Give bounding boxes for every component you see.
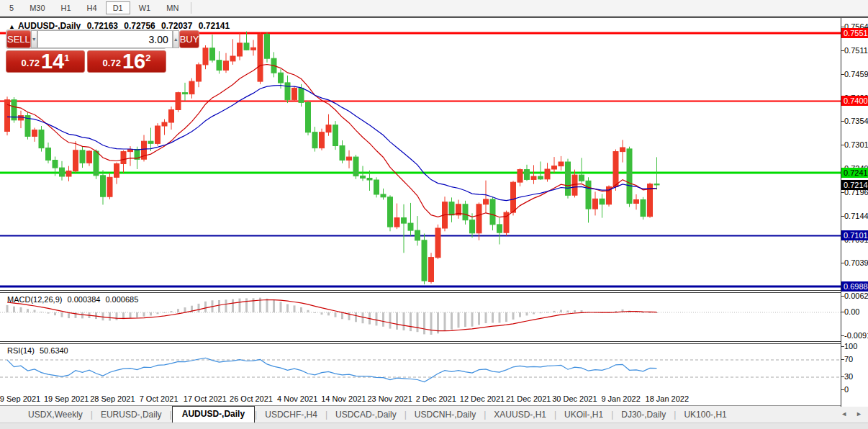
tab-ukoil-h1[interactable]: UKOil-,H1: [556, 407, 611, 423]
candle-body: [347, 157, 352, 160]
candle-body: [279, 73, 284, 83]
timeframe-button-m30[interactable]: M30: [22, 1, 52, 14]
tab-usdx-weekly[interactable]: USDX,Weekly: [20, 407, 91, 423]
one-click-trade-widget: SELL ▼ ▲ BUY 0.72 14 1 0.72 16 2: [6, 30, 166, 73]
rsi-axis-label: 30: [844, 372, 853, 381]
candle-body: [463, 204, 468, 220]
macd-histogram-bar: [239, 299, 241, 312]
tab-usdcad-daily[interactable]: USDCAD-,Daily: [327, 407, 404, 423]
macd-histogram-bar: [444, 312, 446, 331]
rsi-panel[interactable]: RSI(14) 50.6340: [0, 344, 868, 392]
macd-histogram-bar: [499, 312, 501, 323]
tab-audusd-daily[interactable]: AUDUSD-,Daily: [172, 406, 255, 423]
candle-body: [46, 148, 51, 161]
date-axis[interactable]: 9 Sep 202119 Sep 202128 Sep 20217 Oct 20…: [0, 392, 868, 407]
price-tick-label: 0.74590: [844, 70, 868, 78]
buy-button[interactable]: BUY: [179, 30, 200, 48]
rsi-line: [7, 358, 657, 381]
volume-decrease-button[interactable]: ▼: [31, 30, 37, 48]
price-tick-label: 0.70390: [844, 258, 868, 267]
candle-body: [224, 61, 229, 71]
timeframe-button-h1[interactable]: H1: [54, 1, 78, 14]
macd-histogram-bar: [163, 312, 166, 313]
sell-button[interactable]: SELL: [6, 30, 31, 48]
macd-histogram-bar: [581, 310, 583, 312]
volume-input[interactable]: [37, 30, 173, 48]
axis-tick-mark: [841, 376, 844, 377]
candle-body: [552, 166, 557, 169]
sell-price-display[interactable]: 0.72 14 1: [6, 50, 85, 73]
toolbar-separator: [191, 2, 191, 14]
candle-body: [538, 176, 543, 179]
tab-eurusd-daily[interactable]: EURUSD-,Daily: [93, 407, 170, 423]
timeframe-button-d1[interactable]: D1: [106, 1, 130, 14]
macd-panel[interactable]: MACD(12,26,9) 0.000384 0.000685: [0, 293, 868, 341]
macd-histogram-bar: [266, 299, 268, 312]
axis-tick-mark: [841, 346, 844, 347]
macd-histogram-bar: [273, 300, 275, 312]
candle-body: [435, 228, 440, 258]
buy-price-sup: 2: [145, 46, 150, 71]
candle-body: [627, 149, 632, 204]
macd-histogram-bar: [567, 311, 569, 313]
candle-body: [94, 151, 99, 176]
candle-body: [484, 199, 489, 204]
main-price-panel[interactable]: ▲AUDUSD-,Daily 0.72163 0.72756 0.72037 0…: [0, 18, 868, 290]
timeframe-button-mn[interactable]: MN: [159, 1, 186, 14]
price-tick-label: 0.73540: [844, 117, 868, 125]
buy-price-display[interactable]: 0.72 16 2: [87, 50, 166, 73]
macd-histogram-bar: [327, 312, 330, 315]
candle-body: [525, 170, 530, 180]
candle-body: [265, 34, 270, 58]
tab-dj30-daily[interactable]: DJ30-,Daily: [613, 407, 674, 423]
candle-body: [162, 122, 167, 126]
timeframe-button-h4[interactable]: H4: [80, 1, 104, 14]
date-axis-label: 26 Oct 2021: [230, 394, 273, 403]
candle-body: [292, 88, 297, 99]
axis-tick-mark: [841, 296, 844, 297]
date-axis-label: 17 Oct 2021: [184, 394, 227, 403]
macd-histogram-bar: [376, 312, 378, 325]
tab-usdchf-h4[interactable]: USDCHF-,H4: [257, 407, 325, 423]
price-axis[interactable]: 0.756400.751150.745900.740650.735400.730…: [841, 18, 868, 407]
sell-price-base: 0.72: [22, 56, 40, 71]
tab-uk100-h1[interactable]: UK100-,H1: [676, 407, 734, 423]
axis-tick-mark: [841, 312, 844, 312]
candle-body: [600, 199, 605, 204]
candle-body: [203, 48, 208, 65]
volume-increase-button[interactable]: ▲: [173, 30, 179, 48]
candle-body: [620, 148, 625, 152]
candle-body: [490, 199, 495, 225]
axis-tick-mark: [841, 389, 844, 390]
macd-histogram-bar: [204, 302, 207, 312]
axis-tick-mark: [841, 335, 844, 336]
tab-xauusd-h1[interactable]: XAUUSD-,H1: [486, 407, 554, 423]
timeframe-button-5[interactable]: 5: [2, 1, 21, 14]
macd-histogram-bar: [649, 312, 651, 313]
level-price-badge: 0.71013: [841, 230, 868, 240]
status-strip: [0, 423, 868, 429]
macd-histogram-bar: [314, 312, 316, 313]
macd-histogram-bar: [68, 312, 70, 318]
date-axis-label: 30 Dec 2021: [552, 394, 597, 403]
tab-usdcnh-daily[interactable]: USDCNH-,Daily: [407, 407, 484, 423]
candle-body: [470, 220, 475, 233]
tabs-scroll-right-icon[interactable]: ►: [856, 410, 862, 417]
candle-body: [101, 176, 106, 197]
axis-tick-mark: [841, 145, 844, 145]
timeframe-button-w1[interactable]: W1: [132, 1, 158, 14]
candle-body: [415, 230, 420, 240]
candle-body: [80, 150, 85, 163]
candle-body: [258, 34, 263, 81]
tabs-scroll-left-icon[interactable]: ◄: [841, 410, 847, 417]
rsi-canvas[interactable]: [0, 344, 841, 392]
candle-body: [285, 83, 290, 100]
candle-body: [320, 132, 325, 148]
candle-body: [408, 223, 413, 230]
macd-histogram-bar: [642, 312, 644, 313]
date-axis-label: 28 Sep 2021: [90, 394, 135, 403]
macd-histogram-bar: [34, 310, 36, 312]
candle-body: [19, 116, 24, 120]
macd-histogram-bar: [417, 312, 419, 332]
macd-histogram-bar: [130, 312, 132, 318]
